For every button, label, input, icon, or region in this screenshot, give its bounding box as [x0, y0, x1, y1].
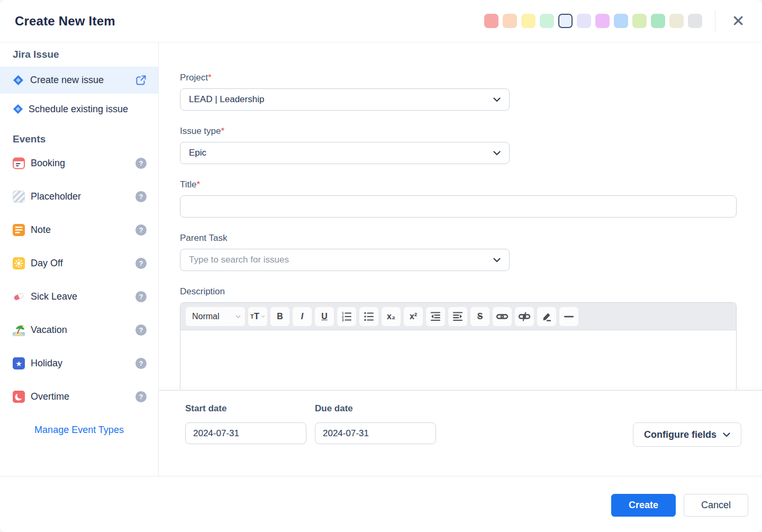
issue-type-select[interactable]: Epic: [180, 142, 510, 164]
due-date-label: Due date: [315, 403, 436, 414]
sidebar-item-day-off[interactable]: Day Off ?: [0, 247, 158, 280]
events-section-title: Events: [13, 133, 158, 145]
vacation-icon: [13, 324, 25, 336]
create-button[interactable]: Create: [611, 494, 676, 517]
paragraph-style-select[interactable]: Normal: [186, 307, 245, 326]
create-new-item-dialog: Create New Item ✕ Jira Issue Create new …: [0, 0, 762, 532]
bold-button[interactable]: B: [270, 307, 289, 326]
color-swatch-6[interactable]: [577, 14, 591, 28]
color-swatch-4[interactable]: [540, 14, 554, 28]
highlight-button[interactable]: [537, 307, 556, 326]
parent-task-select[interactable]: Type to search for issues: [180, 249, 510, 271]
sidebar-item-create-new-issue[interactable]: Create new issue: [0, 67, 158, 94]
header-right: ✕: [484, 10, 749, 32]
color-swatch-5[interactable]: [558, 14, 573, 28]
svg-text:3: 3: [342, 318, 344, 322]
color-swatch-7[interactable]: [595, 14, 610, 28]
event-label: Vacation: [31, 324, 67, 336]
help-icon[interactable]: ?: [135, 358, 147, 369]
event-label: Sick Leave: [31, 291, 77, 302]
help-icon[interactable]: ?: [135, 324, 147, 336]
strikethrough-button[interactable]: S: [470, 307, 489, 326]
overtime-icon: [13, 391, 25, 403]
jira-section-title: Jira Issue: [13, 49, 158, 60]
event-label: Overtime: [31, 391, 69, 402]
color-swatch-11[interactable]: [669, 14, 684, 28]
color-swatch-10[interactable]: [651, 14, 665, 28]
description-textarea[interactable]: [180, 330, 736, 389]
color-swatch-8[interactable]: [614, 14, 628, 28]
title-input[interactable]: [180, 195, 737, 218]
description-label: Description: [180, 286, 737, 297]
event-label: Booking: [31, 158, 65, 169]
due-date-input[interactable]: [315, 422, 436, 444]
help-icon[interactable]: ?: [135, 291, 147, 302]
unlink-button[interactable]: [515, 307, 534, 326]
sidebar-item-note[interactable]: Note ?: [0, 213, 158, 247]
external-link-icon[interactable]: [135, 75, 147, 86]
sidebar-item-overtime[interactable]: Overtime ?: [0, 380, 158, 413]
sidebar-item-schedule-existing-issue[interactable]: Schedule existing issue: [0, 101, 158, 118]
indent-increase-button[interactable]: [448, 307, 467, 326]
color-swatch-9[interactable]: [632, 14, 647, 28]
close-button[interactable]: ✕: [727, 10, 749, 32]
help-icon[interactable]: ?: [135, 191, 147, 202]
chevron-down-icon: [723, 432, 730, 437]
superscript-button[interactable]: x²: [404, 307, 423, 326]
dialog-body: Jira Issue Create new issue Schedule exi…: [0, 42, 762, 476]
chevron-down-icon: [261, 315, 265, 318]
project-label: Project*: [180, 73, 737, 83]
main-form-panel: Project* LEAD | Leadership Issue type* E…: [159, 42, 762, 476]
editor-toolbar: Normal TT B I U 123: [180, 303, 736, 330]
booking-icon: [13, 157, 25, 169]
help-icon[interactable]: ?: [135, 224, 147, 236]
color-swatch-12[interactable]: [688, 14, 702, 28]
subscript-button[interactable]: x₂: [382, 307, 401, 326]
project-select[interactable]: LEAD | Leadership: [180, 88, 510, 111]
event-label: Note: [31, 224, 51, 236]
sidebar-item-placeholder[interactable]: Placeholder ?: [0, 180, 158, 213]
close-icon: ✕: [731, 13, 745, 29]
header-divider: [715, 10, 715, 32]
configure-fields-button[interactable]: Configure fields: [633, 422, 741, 447]
jira-diamond-icon: [13, 75, 24, 86]
underline-button[interactable]: U: [315, 307, 334, 326]
form-scroll-area: Project* LEAD | Leadership Issue type* E…: [159, 42, 762, 390]
horizontal-rule-button[interactable]: [559, 307, 578, 326]
sidebar-item-vacation[interactable]: Vacation ?: [0, 313, 158, 347]
event-label: Holiday: [31, 358, 62, 369]
bullet-list-button[interactable]: [359, 307, 378, 326]
due-date-group: Due date: [315, 403, 436, 476]
color-swatch-2[interactable]: [503, 14, 517, 28]
sidebar-item-label: Schedule existing issue: [29, 104, 128, 114]
help-icon[interactable]: ?: [135, 258, 147, 269]
chevron-down-icon: [235, 315, 241, 318]
start-date-input[interactable]: [185, 422, 306, 444]
parent-task-placeholder: Type to search for issues: [189, 255, 289, 265]
link-button[interactable]: [493, 307, 512, 326]
issue-type-label: Issue type*: [180, 126, 737, 137]
color-swatch-1[interactable]: [484, 14, 498, 28]
cancel-button[interactable]: Cancel: [684, 494, 748, 517]
project-select-value: LEAD | Leadership: [189, 94, 264, 105]
issue-type-select-value: Epic: [189, 148, 206, 158]
italic-button[interactable]: I: [293, 307, 312, 326]
chevron-down-icon: [493, 255, 501, 265]
sidebar-item-sick-leave[interactable]: Sick Leave ?: [0, 280, 158, 313]
sidebar-item-holiday[interactable]: ★ Holiday ?: [0, 347, 158, 380]
font-size-button[interactable]: TT: [248, 307, 267, 326]
ordered-list-button[interactable]: 123: [337, 307, 356, 326]
start-date-group: Start date: [185, 403, 306, 476]
start-date-label: Start date: [185, 403, 306, 414]
required-asterisk: *: [197, 179, 201, 190]
help-icon[interactable]: ?: [135, 391, 147, 402]
chevron-down-icon: [493, 94, 501, 105]
manage-event-types-link[interactable]: Manage Event Types: [0, 425, 158, 436]
sidebar-item-booking[interactable]: Booking ?: [0, 147, 158, 180]
event-label: Day Off: [31, 258, 63, 269]
required-asterisk: *: [221, 126, 225, 136]
dialog-footer: Create Cancel: [0, 476, 762, 532]
indent-decrease-button[interactable]: [426, 307, 445, 326]
help-icon[interactable]: ?: [135, 158, 147, 169]
color-swatch-3[interactable]: [521, 14, 536, 28]
